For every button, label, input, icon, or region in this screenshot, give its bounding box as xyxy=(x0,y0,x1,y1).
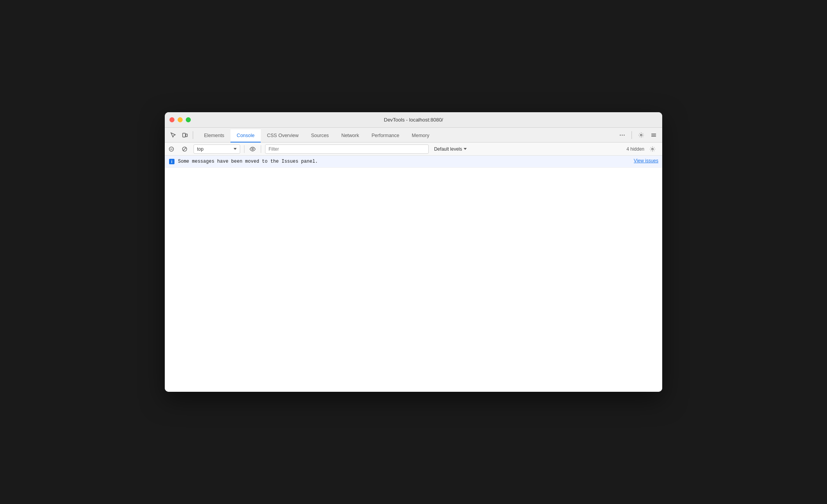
tab-performance[interactable]: Performance xyxy=(365,129,406,143)
tab-bar-left xyxy=(165,128,198,142)
tab-bar: Elements Console CSS Overview Sources Ne… xyxy=(165,128,662,143)
context-value: top xyxy=(197,146,232,152)
inspect-icon[interactable] xyxy=(168,130,179,141)
svg-point-5 xyxy=(640,134,642,136)
info-icon: i xyxy=(169,158,175,165)
tab-bar-divider xyxy=(193,131,193,139)
maximize-button[interactable] xyxy=(186,117,191,122)
tab-memory[interactable]: Memory xyxy=(406,129,436,143)
more-tabs-button[interactable] xyxy=(617,130,628,141)
level-label: Default levels xyxy=(434,146,462,152)
customize-icon[interactable] xyxy=(648,130,659,141)
window-title: DevTools - localhost:8080/ xyxy=(384,117,443,123)
tab-network[interactable]: Network xyxy=(335,129,365,143)
context-selector[interactable]: top xyxy=(194,144,240,154)
filter-input[interactable] xyxy=(269,146,425,152)
settings-icon[interactable] xyxy=(636,130,647,141)
tab-bar-separator xyxy=(632,131,632,139)
console-toolbar: top Default levels 4 hidden xyxy=(165,143,662,156)
devtools-window: DevTools - localhost:8080/ Elements xyxy=(165,112,662,392)
console-content: i Some messages have been moved to the I… xyxy=(165,156,662,392)
chevron-down-icon xyxy=(464,148,467,150)
console-settings-icon[interactable] xyxy=(647,143,658,155)
svg-point-4 xyxy=(624,134,625,135)
svg-text:i: i xyxy=(171,160,173,164)
toolbar-divider-2 xyxy=(261,145,261,153)
svg-rect-7 xyxy=(651,135,656,136)
view-issues-link[interactable]: View issues xyxy=(634,158,658,163)
svg-rect-6 xyxy=(651,134,656,134)
svg-rect-1 xyxy=(186,134,187,137)
filter-input-wrap[interactable] xyxy=(265,144,429,154)
hidden-count: 4 hidden xyxy=(626,146,644,152)
svg-point-12 xyxy=(652,148,653,149)
device-toggle-icon[interactable] xyxy=(180,130,190,141)
eye-icon[interactable] xyxy=(247,143,258,155)
clear-console-button[interactable] xyxy=(166,143,177,155)
log-level-selector[interactable]: Default levels xyxy=(431,144,470,154)
tab-bar-right xyxy=(614,128,662,142)
tab-console[interactable]: Console xyxy=(230,129,261,143)
console-info-message: i Some messages have been moved to the I… xyxy=(165,156,662,168)
toolbar-right: 4 hidden xyxy=(626,143,662,155)
svg-rect-8 xyxy=(651,136,656,137)
traffic-lights xyxy=(169,117,191,122)
tab-css-overview[interactable]: CSS Overview xyxy=(261,129,305,143)
toolbar-divider-1 xyxy=(244,145,244,153)
title-bar: DevTools - localhost:8080/ xyxy=(165,112,662,128)
minimize-button[interactable] xyxy=(178,117,183,122)
tabs-container: Elements Console CSS Overview Sources Ne… xyxy=(198,128,614,142)
console-message-text: Some messages have been moved to the Iss… xyxy=(178,158,628,165)
close-button[interactable] xyxy=(169,117,174,122)
tab-elements[interactable]: Elements xyxy=(198,129,230,143)
tab-sources[interactable]: Sources xyxy=(305,129,335,143)
svg-point-2 xyxy=(620,134,621,135)
chevron-down-icon xyxy=(234,148,237,150)
svg-point-3 xyxy=(622,134,623,135)
block-icon[interactable] xyxy=(179,143,190,155)
svg-rect-0 xyxy=(183,133,185,137)
svg-point-11 xyxy=(252,148,253,150)
